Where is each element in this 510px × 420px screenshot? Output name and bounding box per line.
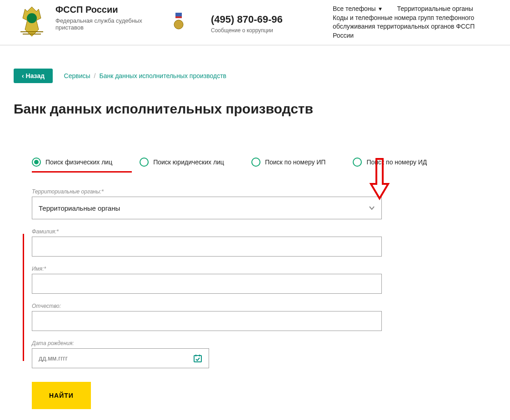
svg-rect-2 bbox=[175, 16, 182, 18]
org-name: ФССП России bbox=[55, 5, 146, 15]
lastname-input[interactable] bbox=[32, 237, 382, 257]
org-subtitle: Федеральная служба судебных приставов bbox=[55, 17, 146, 31]
tab-juridical[interactable]: Поиск юридических лиц bbox=[140, 158, 224, 167]
svg-rect-1 bbox=[175, 13, 182, 16]
codes-link[interactable]: Коды и телефонные номера групп телефонно… bbox=[333, 14, 475, 39]
tab-physical[interactable]: Поиск физических лиц bbox=[32, 158, 112, 167]
lastname-label: Фамилия:* bbox=[32, 228, 478, 235]
search-form: Поиск физических лиц Поиск юридических л… bbox=[14, 117, 496, 420]
annotation-vertical-line bbox=[23, 234, 24, 361]
territory-select[interactable]: Территориальные органы bbox=[32, 197, 382, 219]
territory-value: Территориальные органы bbox=[39, 204, 120, 212]
logo-block: ФССП России Федеральная служба судебных … bbox=[14, 5, 146, 39]
phone-number: (495) 870-69-96 bbox=[211, 14, 283, 25]
submit-button[interactable]: НАЙТИ bbox=[32, 382, 91, 409]
svg-point-0 bbox=[27, 13, 37, 23]
annotation-arrow-icon bbox=[368, 157, 391, 202]
firstname-input[interactable] bbox=[32, 274, 382, 294]
radio-icon bbox=[353, 158, 362, 167]
annotation-underline bbox=[32, 171, 132, 173]
phone-block: (495) 870-69-96 Сообщение о коррупции bbox=[211, 14, 283, 34]
birthdate-label: Дата рождения: bbox=[32, 340, 478, 346]
tab-ip-number[interactable]: Поиск по номеру ИП bbox=[251, 158, 326, 167]
form-fields: Территориальные органы:* Территориальные… bbox=[32, 188, 478, 409]
svg-rect-4 bbox=[194, 356, 201, 362]
search-tabs: Поиск физических лиц Поиск юридических л… bbox=[32, 158, 478, 167]
territorial-link[interactable]: Территориальные органы bbox=[397, 5, 473, 12]
radio-icon bbox=[140, 158, 149, 167]
breadcrumb-separator: / bbox=[94, 72, 96, 79]
header-links: Все телефоны ▾ Территориальные органы Ко… bbox=[333, 5, 496, 40]
all-phones-dropdown[interactable]: Все телефоны ▾ bbox=[333, 5, 382, 14]
chevron-down-icon bbox=[369, 205, 375, 211]
patronymic-label: Отчество: bbox=[32, 303, 478, 309]
breadcrumb: Сервисы / Банк данных исполнительных про… bbox=[64, 72, 227, 79]
birthdate-field[interactable] bbox=[32, 348, 209, 368]
corruption-link[interactable]: Сообщение о коррупции bbox=[211, 27, 283, 34]
radio-icon bbox=[251, 158, 260, 167]
back-button[interactable]: ‹ Назад bbox=[14, 69, 53, 83]
calendar-icon[interactable] bbox=[193, 354, 202, 363]
page-title: Банк данных исполнительных производств bbox=[14, 101, 496, 117]
site-header: ФССП России Федеральная служба судебных … bbox=[0, 0, 510, 46]
medal-icon[interactable] bbox=[174, 13, 184, 33]
all-phones-label: Все телефоны bbox=[333, 5, 376, 14]
svg-point-3 bbox=[174, 20, 183, 29]
tab-label: Поиск физических лиц bbox=[45, 158, 112, 166]
caret-down-icon: ▾ bbox=[379, 5, 382, 14]
radio-icon bbox=[32, 158, 41, 167]
site-emblem-icon bbox=[14, 5, 50, 39]
birthdate-input[interactable] bbox=[39, 355, 193, 362]
tab-label: Поиск по номеру ИП bbox=[265, 158, 326, 166]
breadcrumb-services[interactable]: Сервисы bbox=[64, 72, 90, 79]
content: ‹ Назад Сервисы / Банк данных исполнител… bbox=[0, 46, 510, 420]
patronymic-input[interactable] bbox=[32, 311, 382, 331]
tab-label: Поиск юридических лиц bbox=[153, 158, 224, 166]
territory-label: Территориальные органы:* bbox=[32, 188, 478, 195]
breadcrumb-current[interactable]: Банк данных исполнительных производств bbox=[99, 72, 226, 79]
firstname-label: Имя:* bbox=[32, 266, 478, 272]
